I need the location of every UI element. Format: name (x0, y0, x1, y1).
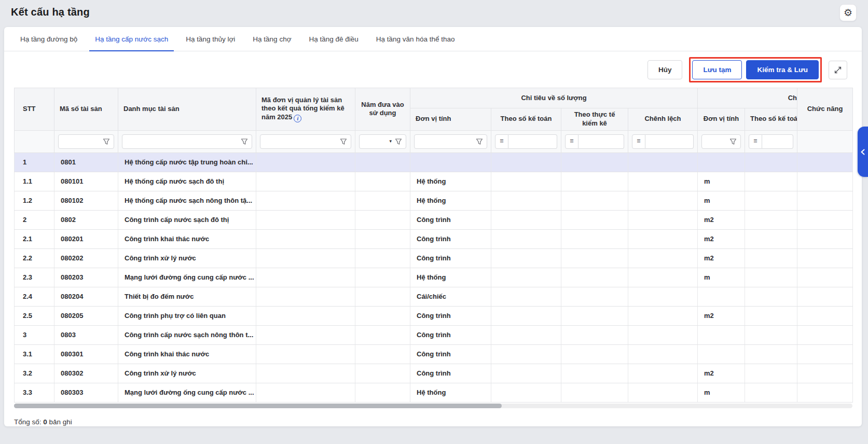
cell-unit_val: m2 (698, 248, 745, 268)
filter-mgmt-unit-code-input[interactable] (264, 135, 340, 148)
column-header-by-accounting2-clipped[interactable]: Theo số kế toá (745, 108, 797, 131)
table-row[interactable]: 1.2080102Hệ thống cấp nước sạch nông thô… (15, 191, 853, 210)
cell-func (797, 172, 853, 191)
table-row[interactable]: 10801Hệ thống cấp nước tập trung hoàn ch… (15, 152, 853, 172)
tab-ha-tang-duong-bo[interactable]: Hạ tầng đường bộ (11, 27, 86, 51)
column-header-stt[interactable]: STT (15, 88, 54, 131)
filter-cell-unit-qty (410, 130, 491, 152)
filter-unit-val-input[interactable] (706, 135, 729, 148)
table-row[interactable]: 20802Công trình cấp nước sạch đô thịCông… (15, 210, 853, 229)
dropdown-caret-icon[interactable]: ▾ (389, 138, 392, 145)
equals-operator-button[interactable]: = (632, 134, 645, 149)
table-row[interactable]: 30803Công trình cấp nước sạch nông thôn … (15, 325, 853, 344)
cell-unit_val (698, 287, 745, 306)
cell-name: Công trình khai thác nước (118, 344, 256, 364)
filter-cell-year-in-use: ▾ (355, 130, 410, 152)
filter-unit-qty-input[interactable] (418, 135, 476, 148)
cell-stt: 1.2 (15, 191, 54, 210)
cell-unit_qty: Công trình (410, 364, 491, 383)
filter-year-input[interactable] (363, 135, 388, 148)
cell-stt: 2 (15, 210, 54, 229)
tab-ha-tang-cap-nuoc-sach[interactable]: Hạ tầng cấp nước sạch (86, 27, 177, 51)
filter-cell-stt (15, 130, 54, 152)
check-and-save-button[interactable]: Kiểm tra & Lưu (746, 60, 819, 79)
filter-asset-code-input[interactable] (62, 135, 103, 148)
cell-inv_qty (561, 248, 628, 268)
filter-cell-difference: = (628, 130, 698, 152)
filter-funnel-icon[interactable] (729, 138, 737, 145)
cell-func (797, 287, 853, 306)
save-temp-button[interactable]: Lưu tạm (692, 60, 742, 79)
cancel-button[interactable]: Hủy (647, 60, 683, 79)
table-row[interactable]: 2.3080203Mạng lưới đường ống cung cấp nư… (15, 268, 853, 287)
cell-unit_qty: Hệ thống (410, 268, 491, 287)
cell-name: Công trình khai thác nước (118, 229, 256, 248)
filter-funnel-icon[interactable] (103, 138, 110, 145)
filter-by-accounting-input[interactable] (508, 134, 557, 149)
column-group-value-clipped: Ch (698, 88, 797, 108)
filter-funnel-icon[interactable] (340, 138, 347, 145)
cell-acc_qty (491, 325, 561, 344)
settings-button[interactable]: ⚙ (839, 4, 857, 21)
horizontal-scrollbar-thumb[interactable] (14, 404, 502, 408)
column-header-difference[interactable]: Chênh lệch (628, 108, 698, 131)
table-row[interactable]: 3.2080302Công trình xử lý nướcCông trình… (15, 364, 853, 383)
filter-by-inventory-input[interactable] (578, 134, 624, 149)
tab-ha-tang-van-hoa-the-thao[interactable]: Hạ tầng văn hóa thể thao (367, 27, 464, 51)
cell-code: 080102 (54, 191, 118, 210)
filter-difference-input[interactable] (645, 134, 694, 149)
column-header-unit-val[interactable]: Đơn vị tính (698, 108, 745, 131)
column-header-by-inventory[interactable]: Theo thực tế kiểm kê (561, 108, 628, 131)
cell-unit_qty: Công trình (410, 210, 491, 229)
column-header-unit-qty[interactable]: Đơn vị tính (410, 108, 491, 131)
filter-funnel-icon[interactable] (476, 138, 483, 145)
filter-funnel-icon[interactable] (395, 138, 402, 145)
tab-ha-tang-cho[interactable]: Hạ tầng chợ (244, 27, 300, 51)
cell-code: 080205 (54, 306, 118, 325)
cell-inv_qty (561, 229, 628, 248)
cell-func (797, 344, 853, 364)
column-header-asset-code[interactable]: Mã số tài sản (54, 88, 118, 131)
table-row[interactable]: 2.5080205Công trình phụ trợ có liên quan… (15, 306, 853, 325)
filter-by-accounting2-input[interactable] (762, 134, 793, 149)
column-header-asset-category[interactable]: Danh mục tài sản (118, 88, 256, 131)
table-row[interactable]: 2.1080201Công trình khai thác nướcCông t… (15, 229, 853, 248)
cell-acc_qty (491, 172, 561, 191)
cell-code: 080301 (54, 344, 118, 364)
column-header-by-accounting[interactable]: Theo số kế toán (491, 108, 561, 131)
table-row[interactable]: 2.2080202Công trình xử lý nướcCông trình… (15, 248, 853, 268)
cell-year (355, 152, 410, 172)
tab-ha-tang-thuy-loi[interactable]: Hạ tầng thủy lợi (177, 27, 244, 51)
cell-mgmt (256, 344, 355, 364)
equals-operator-button[interactable]: = (495, 134, 508, 149)
table-row[interactable]: 2.4080204Thiết bị đo đếm nướcCái/chiếc (15, 287, 853, 306)
table-row[interactable]: 1.1080101Hệ thống cấp nước sạch đô thịHệ… (15, 172, 853, 191)
cell-mgmt (256, 325, 355, 344)
info-icon[interactable]: i (294, 115, 301, 122)
cell-inv_qty (561, 306, 628, 325)
cell-inv_qty (561, 364, 628, 383)
column-header-mgmt-unit-code[interactable]: Mã đơn vị quản lý tài sản theo kết quả t… (256, 88, 355, 131)
filter-funnel-icon[interactable] (241, 138, 248, 145)
cell-code: 080204 (54, 287, 118, 306)
cell-acc_val (745, 248, 797, 268)
side-panel-toggle[interactable] (858, 127, 868, 177)
fullscreen-button[interactable] (829, 61, 847, 79)
equals-operator-button[interactable]: = (565, 134, 578, 149)
tab-ha-tang-de-dieu[interactable]: Hạ tầng đê điều (300, 27, 367, 51)
equals-operator-button[interactable]: = (749, 134, 762, 149)
filter-asset-category-input[interactable] (126, 135, 241, 148)
cell-acc_val (745, 191, 797, 210)
column-header-year-in-use[interactable]: Năm đưa vào sử dụng (355, 88, 410, 131)
table-row[interactable]: 3.1080301Công trình khai thác nướcCông t… (15, 344, 853, 364)
cell-stt: 1.1 (15, 172, 54, 191)
cell-unit_qty: Hệ thống (410, 172, 491, 191)
cell-func (797, 325, 853, 344)
cell-stt: 3 (15, 325, 54, 344)
cell-unit_qty: Cái/chiếc (410, 287, 491, 306)
cell-mgmt (256, 306, 355, 325)
cell-acc_qty (491, 383, 561, 402)
cell-acc_qty (491, 152, 561, 172)
cell-diff_qty (628, 287, 698, 306)
table-row[interactable]: 3.3080303Mạng lưới đường ống cung cấp nư… (15, 383, 853, 402)
